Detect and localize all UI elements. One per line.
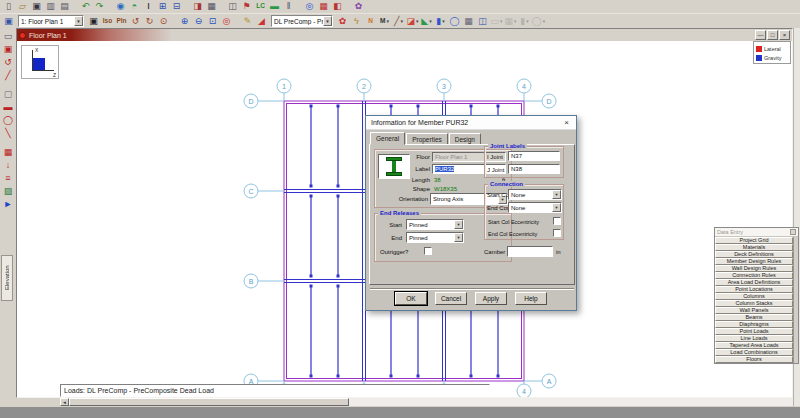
grid-icon[interactable]: ▦ bbox=[462, 15, 475, 27]
chevron-down-icon[interactable]: ▼ bbox=[552, 190, 561, 199]
draw-wall-icon[interactable]: ▬ bbox=[2, 101, 14, 113]
find-icon[interactable]: ◎ bbox=[303, 1, 316, 13]
point-locations-button[interactable]: Point Locations bbox=[715, 286, 793, 293]
tapered-area-loads-button[interactable]: Tapered Area Loads bbox=[715, 342, 793, 349]
camber-field[interactable] bbox=[507, 246, 553, 257]
horizontal-scrollbar[interactable]: ◄ bbox=[60, 398, 793, 406]
spreadsheet-icon[interactable]: ▦ bbox=[205, 1, 218, 13]
diaphragms-button[interactable]: Diaphragms bbox=[715, 321, 793, 328]
dialog-titlebar[interactable]: Information for Member PUR32 × bbox=[366, 116, 576, 130]
settings-icon[interactable]: ✿ bbox=[352, 1, 365, 13]
start-conn-dropdown[interactable]: None ▼ bbox=[508, 189, 562, 200]
new-file-icon[interactable]: ▯ bbox=[2, 1, 15, 13]
area-load-tool-icon[interactable]: ▨ bbox=[2, 185, 14, 197]
elevation-tab[interactable]: Elevation bbox=[1, 255, 13, 301]
snapshot-icon[interactable]: ▣ bbox=[87, 15, 100, 27]
new-view-icon[interactable]: ⊞ bbox=[156, 1, 169, 13]
draw-beam-icon[interactable]: ↺ bbox=[2, 56, 14, 68]
close-icon[interactable]: × bbox=[560, 117, 573, 128]
area-draw-dropdown[interactable]: ◣ ▾ bbox=[420, 15, 433, 27]
north-axes-icon[interactable]: N bbox=[364, 15, 377, 27]
column-stacks-button[interactable]: Column Stacks bbox=[715, 300, 793, 307]
select-tool-icon[interactable]: ▭ bbox=[2, 30, 14, 42]
restore-button[interactable]: □ bbox=[767, 30, 778, 40]
rotate-left-icon[interactable]: ↺ bbox=[129, 15, 142, 27]
chevron-down-icon[interactable]: ▼ bbox=[552, 203, 561, 212]
help-pointer-icon[interactable]: ► bbox=[2, 198, 14, 210]
stamp-icon[interactable]: ϟ bbox=[350, 15, 363, 27]
line-load-tool-icon[interactable]: ≡ bbox=[2, 172, 14, 184]
load-combination-icon[interactable]: LC bbox=[254, 1, 267, 13]
i-joint-field[interactable]: N37 bbox=[508, 151, 560, 161]
end-conn-dropdown[interactable]: None ▼ bbox=[508, 202, 562, 213]
red-grid-icon[interactable]: ▦ bbox=[317, 1, 330, 13]
columns-icon[interactable]: ‖ bbox=[282, 1, 295, 13]
materials-button[interactable]: Materials bbox=[715, 244, 793, 251]
start-release-dropdown[interactable]: Pinned ▼ bbox=[406, 219, 464, 230]
end-release-dropdown[interactable]: Pinned ▼ bbox=[406, 232, 464, 243]
load-combinations-button[interactable]: Load Combinations bbox=[715, 349, 793, 356]
zoom-out-icon[interactable]: ⊖ bbox=[192, 15, 205, 27]
mdi-titlebar[interactable]: Floor Plan 1 — □ × bbox=[17, 29, 792, 41]
close-button[interactable]: × bbox=[779, 30, 790, 40]
chevron-down-icon[interactable]: ▼ bbox=[74, 16, 83, 26]
graphic-select-icon[interactable]: ◨ bbox=[191, 1, 204, 13]
view-window-icon[interactable]: ▣ bbox=[2, 15, 15, 27]
deck-definitions-button[interactable]: Deck Definitions bbox=[715, 251, 793, 258]
draw-opening-icon[interactable]: ◯ bbox=[2, 114, 14, 126]
plan-view-button[interactable]: Pln bbox=[115, 15, 128, 27]
apply-button[interactable]: Apply bbox=[475, 292, 507, 305]
area-load-definitions-button[interactable]: Area Load Definitions bbox=[715, 279, 793, 286]
line-loads-button[interactable]: Line Loads bbox=[715, 335, 793, 342]
rotate-reset-icon[interactable]: ⊙ bbox=[157, 15, 170, 27]
start-col-eccentricity-checkbox[interactable] bbox=[553, 217, 561, 225]
apply-loads-icon[interactable]: ✿ bbox=[336, 15, 349, 27]
beams-button[interactable]: Beams bbox=[715, 314, 793, 321]
draw-line-icon[interactable]: ╲ bbox=[2, 127, 14, 139]
project-grid-button[interactable]: Project Grid bbox=[715, 237, 793, 244]
zoom-extents-icon[interactable]: ◎ bbox=[220, 15, 233, 27]
columns-button[interactable]: Columns bbox=[715, 293, 793, 300]
save-icon[interactable]: ▣ bbox=[30, 1, 43, 13]
chevron-down-icon[interactable]: ▼ bbox=[323, 16, 332, 26]
chevron-down-icon[interactable]: ▼ bbox=[454, 233, 463, 242]
member-design-rules-button[interactable]: Member Design Rules bbox=[715, 258, 793, 265]
wall-panels-button[interactable]: Wall Panels bbox=[715, 307, 793, 314]
copy-icon[interactable]: ▥ bbox=[44, 1, 57, 13]
data-entry-titlebar[interactable]: Data Entry bbox=[715, 228, 798, 237]
member-draw-dropdown[interactable]: M ▾ bbox=[378, 15, 391, 27]
close-icon[interactable] bbox=[790, 229, 796, 235]
grid-tool-icon[interactable]: ▦ bbox=[2, 146, 14, 158]
ok-button[interactable]: OK bbox=[395, 292, 427, 305]
tab-general[interactable]: General bbox=[370, 132, 405, 145]
basic-load-icon[interactable]: ▬ bbox=[268, 1, 281, 13]
node-icon[interactable]: ◯ bbox=[448, 15, 461, 27]
floors-button[interactable]: Floors bbox=[715, 356, 793, 363]
open-folder-icon[interactable]: ▱ bbox=[16, 1, 29, 13]
zoom-box-icon[interactable]: ⊡ bbox=[206, 15, 219, 27]
chevron-down-icon[interactable]: ▼ bbox=[454, 220, 463, 229]
undo-icon[interactable]: ↶ bbox=[79, 1, 92, 13]
rotate-right-icon[interactable]: ↻ bbox=[143, 15, 156, 27]
model-merge-icon[interactable]: ◫ bbox=[226, 1, 239, 13]
zoom-in-icon[interactable]: ⊕ bbox=[178, 15, 191, 27]
print-icon[interactable]: ▤ bbox=[58, 1, 71, 13]
end-col-eccentricity-checkbox[interactable] bbox=[553, 229, 561, 237]
outrigger-checkbox[interactable] bbox=[424, 247, 432, 255]
distance-icon[interactable]: ◢ bbox=[255, 15, 268, 27]
globe-icon[interactable]: ◉ bbox=[114, 1, 127, 13]
ibeam-section-icon[interactable]: I bbox=[142, 1, 155, 13]
help-button[interactable]: Help bbox=[515, 292, 547, 305]
redraw-icon[interactable]: ✎ bbox=[241, 15, 254, 27]
scroll-left-arrow-icon[interactable]: ◄ bbox=[60, 398, 69, 406]
loads-flag-icon[interactable]: ⚑ bbox=[240, 1, 253, 13]
deck-draw-dropdown[interactable]: ◪ ▾ bbox=[406, 15, 419, 27]
data-entry-scrollbar[interactable] bbox=[793, 237, 798, 363]
window-icon[interactable]: ◫ bbox=[476, 15, 489, 27]
wall-draw-dropdown[interactable]: ▮ ▾ bbox=[434, 15, 447, 27]
draw-column-icon[interactable]: ▣ bbox=[2, 43, 14, 55]
scrollbar-thumb[interactable] bbox=[69, 398, 349, 406]
minimize-button[interactable]: — bbox=[755, 30, 766, 40]
render-icon[interactable]: ◓ bbox=[128, 1, 141, 13]
point-load-tool-icon[interactable]: ↓ bbox=[2, 159, 14, 171]
